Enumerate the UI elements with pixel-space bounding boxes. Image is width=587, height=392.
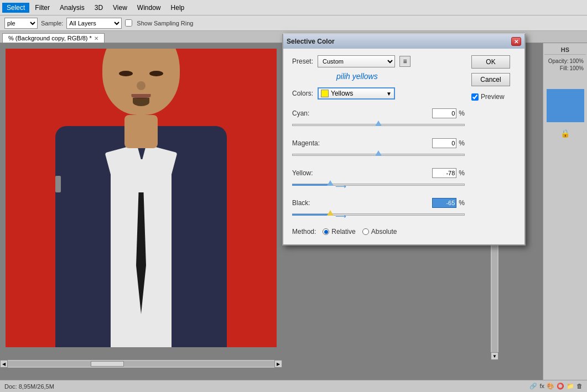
- fx-icon[interactable]: fx: [539, 383, 544, 390]
- cyan-pct: %: [459, 109, 465, 117]
- dialog-body: Preset: Custom ≡ pilih yellows Colors:: [283, 49, 524, 244]
- preview-checkbox[interactable]: [471, 93, 479, 101]
- magenta-slider-track-container: [292, 150, 465, 159]
- tab-close-icon[interactable]: ✕: [94, 35, 98, 41]
- colors-value: Yellows: [331, 90, 353, 97]
- colors-label: Colors:: [292, 90, 313, 97]
- black-input[interactable]: [432, 198, 456, 208]
- status-icons: 🔗 fx 🎨 ⭕ 📁 🗑: [529, 383, 583, 390]
- opacity-row: Opacity: 100%: [544, 58, 586, 64]
- black-arrow: ⟶: [335, 212, 346, 220]
- absolute-radio[interactable]: [362, 228, 369, 235]
- scroll-thumb[interactable]: [91, 361, 124, 367]
- menu-bar: Select Filter Analysis 3D View Window He…: [0, 0, 587, 15]
- black-slider-track-container: ⟶: [292, 210, 465, 219]
- cyan-slider-row: Cyan: %: [292, 108, 465, 129]
- dialog-titlebar[interactable]: Selective Color ✕: [283, 34, 524, 49]
- yellow-blue-line: [292, 184, 330, 186]
- link-icon[interactable]: 🔗: [529, 383, 537, 390]
- scroll-track[interactable]: [8, 361, 274, 367]
- black-pct: %: [459, 199, 465, 207]
- status-bar: Doc: 8,95M/26,5M 🔗 fx 🎨 ⭕ 📁 🗑: [0, 380, 587, 392]
- selective-color-dialog: Selective Color ✕ Preset: Custom ≡ pilih…: [282, 33, 526, 245]
- yellow-input[interactable]: [432, 168, 456, 178]
- relative-option[interactable]: Relative: [323, 228, 355, 236]
- opacity-label: Opacity:: [548, 58, 569, 64]
- menu-filter[interactable]: Filter: [30, 3, 54, 13]
- magenta-pct: %: [459, 139, 465, 147]
- photo-canvas: [6, 49, 277, 347]
- cyan-thumb[interactable]: [375, 121, 382, 126]
- dialog-window: Selective Color ✕ Preset: Custom ≡ pilih…: [282, 33, 526, 245]
- method-label: Method:: [292, 228, 316, 236]
- yellow-label: Yellow:: [292, 169, 313, 177]
- preset-row: Preset: Custom ≡: [292, 55, 465, 67]
- magenta-value-group: %: [432, 138, 465, 148]
- menu-window[interactable]: Window: [133, 3, 165, 13]
- black-value-group: %: [432, 198, 465, 208]
- method-row: Method: Relative Absolute: [292, 228, 465, 236]
- layer-swatch[interactable]: [547, 89, 584, 122]
- colors-select-wrapper: Yellows ▼: [318, 87, 395, 100]
- annotation-text: pilih yellows: [336, 72, 378, 81]
- doc-info: Doc: 8,95M/26,5M: [4, 383, 54, 390]
- circle-icon[interactable]: ⭕: [557, 383, 564, 390]
- preset-options-button[interactable]: ≡: [399, 56, 411, 67]
- cyan-value-group: %: [432, 108, 465, 118]
- dialog-title: Selective Color: [287, 38, 335, 45]
- absolute-label: Absolute: [371, 228, 397, 236]
- document-tab[interactable]: % (Background copy, RGB/8) * ✕: [2, 33, 105, 43]
- fill-row: Fill: 100%: [544, 65, 586, 71]
- cyan-slider-top: Cyan: %: [292, 108, 465, 118]
- yellow-arrow: ⟶: [335, 182, 346, 190]
- magenta-slider-top: Magenta: %: [292, 138, 465, 148]
- magenta-label: Magenta:: [292, 139, 320, 147]
- lock-icon: 🔒: [560, 129, 570, 138]
- folder-icon[interactable]: 📁: [567, 383, 574, 390]
- magenta-input[interactable]: [432, 138, 456, 148]
- scroll-left-btn[interactable]: ◀: [0, 360, 8, 368]
- tool-mode-select[interactable]: ple: [4, 18, 38, 29]
- preset-label: Preset:: [292, 58, 313, 65]
- right-panel: HS Opacity: 100% Fill: 100% 🔒: [543, 43, 587, 380]
- show-sampling-ring-checkbox[interactable]: [125, 19, 132, 27]
- fill-value: 100%: [569, 65, 584, 71]
- magenta-slider-row: Magenta: %: [292, 138, 465, 159]
- colors-dropdown[interactable]: Yellows ▼: [318, 87, 395, 100]
- preset-select[interactable]: Custom: [318, 55, 395, 67]
- fill-label: Fill:: [560, 65, 569, 71]
- yellow-pct: %: [459, 169, 465, 177]
- black-thumb[interactable]: [327, 210, 334, 216]
- menu-view[interactable]: View: [108, 3, 132, 13]
- black-slider-row: Black: % ⟶: [292, 198, 465, 219]
- menu-select[interactable]: Select: [2, 3, 29, 13]
- yellow-slider-track-container: ⟶: [292, 180, 465, 189]
- black-blue-line: [292, 214, 330, 216]
- black-label: Black:: [292, 199, 310, 207]
- menu-3d[interactable]: 3D: [90, 3, 107, 13]
- yellow-value-group: %: [432, 168, 465, 178]
- cancel-button[interactable]: Cancel: [471, 73, 510, 86]
- menu-analysis[interactable]: Analysis: [55, 3, 89, 13]
- dialog-buttons: OK Cancel Preview: [471, 55, 516, 236]
- tab-label: % (Background copy, RGB/8) *: [8, 35, 92, 41]
- cyan-label: Cyan:: [292, 109, 309, 117]
- magenta-thumb[interactable]: [375, 150, 382, 156]
- menu-help[interactable]: Help: [167, 3, 189, 13]
- adjust-icon[interactable]: 🎨: [547, 383, 554, 390]
- dialog-controls: Preset: Custom ≡ pilih yellows Colors:: [292, 55, 465, 236]
- sample-label: Sample:: [41, 20, 63, 27]
- relative-radio[interactable]: [323, 228, 329, 235]
- scroll-down-btn[interactable]: ▼: [491, 352, 498, 360]
- dialog-close-button[interactable]: ✕: [511, 37, 521, 46]
- yellow-slider-row: Yellow: % ⟶: [292, 168, 465, 189]
- cyan-input[interactable]: [432, 108, 456, 118]
- yellow-thumb[interactable]: [327, 180, 334, 186]
- ok-button[interactable]: OK: [471, 55, 510, 69]
- absolute-option[interactable]: Absolute: [362, 228, 397, 236]
- sample-select[interactable]: All Layers: [66, 18, 122, 29]
- scroll-right-btn[interactable]: ▶: [274, 360, 282, 368]
- preview-row: Preview: [471, 93, 516, 101]
- trash-icon[interactable]: 🗑: [576, 383, 583, 390]
- horizontal-scrollbar[interactable]: ◀ ▶: [0, 360, 282, 368]
